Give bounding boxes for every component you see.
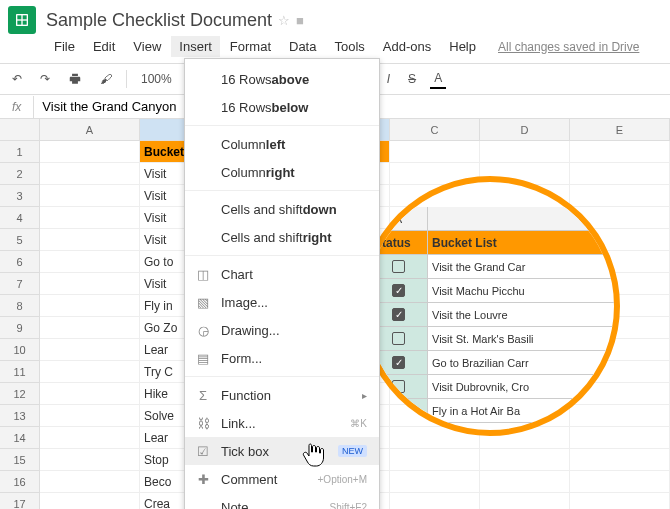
italic-button[interactable]: I: [383, 70, 394, 88]
zoom-text-cell: Visit St. Mark's Basili: [428, 327, 620, 351]
zoom-text-cell: Visit Machu Picchu: [428, 279, 620, 303]
svg-rect-2: [23, 15, 27, 19]
zoom-text-cell: Fly in a Hot Air Ba: [428, 399, 620, 423]
insert-cells-down[interactable]: Cells and shift down: [185, 195, 379, 223]
sheets-logo: [8, 6, 36, 34]
insert-menu-dropdown: 16 Rows above 16 Rows below Column left …: [184, 58, 380, 509]
menu-edit[interactable]: Edit: [85, 36, 123, 57]
row-header[interactable]: 11: [0, 361, 40, 383]
row-header[interactable]: 14: [0, 427, 40, 449]
menu-tools[interactable]: Tools: [326, 36, 372, 57]
form-icon: ▤: [193, 348, 213, 368]
redo-icon[interactable]: ↷: [36, 70, 54, 88]
zoom-text-cell: Go to Brazilian Carr: [428, 351, 620, 375]
fx-label: fx: [0, 96, 34, 118]
menu-file[interactable]: File: [46, 36, 83, 57]
chart-icon: ◫: [193, 264, 213, 284]
insert-cells-right[interactable]: Cells and shift right: [185, 223, 379, 251]
row-header[interactable]: 8: [0, 295, 40, 317]
checkbox-icon: [392, 260, 405, 273]
row-header[interactable]: 9: [0, 317, 40, 339]
row-header[interactable]: 3: [0, 185, 40, 207]
row-header[interactable]: 17: [0, 493, 40, 509]
insert-form[interactable]: ▤Form...: [185, 344, 379, 372]
cursor-hand-icon: [302, 442, 324, 471]
row-header[interactable]: 12: [0, 383, 40, 405]
row-header[interactable]: 10: [0, 339, 40, 361]
link-icon: ⛓: [193, 413, 213, 433]
zoom-text-cell: Visit Dubrovnik, Cro: [428, 375, 620, 399]
zoom-select[interactable]: 100%: [137, 70, 176, 88]
undo-icon[interactable]: ↶: [8, 70, 26, 88]
save-status[interactable]: All changes saved in Drive: [498, 40, 639, 54]
zoom-text-cell: Go Zorbing: [428, 423, 620, 436]
insert-tickbox[interactable]: ☑Tick boxNEW: [185, 437, 379, 465]
insert-chart[interactable]: ◫Chart: [185, 260, 379, 288]
menu-addons[interactable]: Add-ons: [375, 36, 439, 57]
insert-link[interactable]: ⛓Link...⌘K: [185, 409, 379, 437]
menu-view[interactable]: View: [125, 36, 169, 57]
row-header[interactable]: 7: [0, 273, 40, 295]
col-header-c[interactable]: C: [390, 119, 480, 141]
insert-column-left[interactable]: Column left: [185, 130, 379, 158]
insert-rows-below[interactable]: 16 Rows below: [185, 93, 379, 121]
svg-rect-3: [17, 21, 21, 25]
checkbox-icon: ☑: [193, 441, 213, 461]
zoom-callout: A Status Bucket List Visit the Grand Car…: [360, 176, 620, 436]
checkbox-icon: [392, 308, 405, 321]
zoom-head-bucket: Bucket List: [428, 231, 620, 255]
menu-help[interactable]: Help: [441, 36, 484, 57]
zoom-text-cell: Visit the Grand Car: [428, 255, 620, 279]
doc-title[interactable]: Sample Checklist Document: [46, 10, 272, 31]
paint-icon[interactable]: 🖌: [96, 70, 116, 88]
insert-drawing[interactable]: ◶Drawing...: [185, 316, 379, 344]
menu-data[interactable]: Data: [281, 36, 324, 57]
row-header[interactable]: 1: [0, 141, 40, 163]
row-header[interactable]: 2: [0, 163, 40, 185]
checkbox-icon: [392, 284, 405, 297]
insert-function[interactable]: ΣFunction▸: [185, 381, 379, 409]
menu-insert[interactable]: Insert: [171, 36, 220, 57]
row-header[interactable]: 16: [0, 471, 40, 493]
text-color-button[interactable]: A: [430, 69, 446, 89]
insert-column-right[interactable]: Column right: [185, 158, 379, 186]
checkbox-icon: [392, 356, 405, 369]
row-header[interactable]: 15: [0, 449, 40, 471]
insert-rows-above[interactable]: 16 Rows above: [185, 65, 379, 93]
svg-rect-1: [17, 15, 21, 19]
drawing-icon: ◶: [193, 320, 213, 340]
col-header-e[interactable]: E: [570, 119, 670, 141]
insert-image[interactable]: ▧Image...: [185, 288, 379, 316]
select-all-corner[interactable]: [0, 119, 40, 141]
row-header[interactable]: 13: [0, 405, 40, 427]
checkbox-icon: [392, 332, 405, 345]
image-icon: ▧: [193, 292, 213, 312]
row-header[interactable]: 4: [0, 207, 40, 229]
insert-note[interactable]: NoteShift+F2: [185, 493, 379, 509]
menu-format[interactable]: Format: [222, 36, 279, 57]
row-header[interactable]: 6: [0, 251, 40, 273]
folder-icon[interactable]: ■: [296, 13, 304, 28]
row-header[interactable]: 5: [0, 229, 40, 251]
checkbox-icon: [392, 428, 405, 436]
star-icon[interactable]: ☆: [278, 13, 290, 28]
strike-button[interactable]: S: [404, 70, 420, 88]
zoom-text-cell: Visit the Louvre: [428, 303, 620, 327]
print-icon[interactable]: [64, 70, 86, 88]
checkbox-icon: [392, 380, 405, 393]
checkbox-icon: [392, 404, 405, 417]
insert-comment[interactable]: ✚Comment+Option+M: [185, 465, 379, 493]
comment-icon: ✚: [193, 469, 213, 489]
col-header-a[interactable]: A: [40, 119, 140, 141]
function-icon: Σ: [193, 385, 213, 405]
svg-rect-4: [23, 21, 27, 25]
col-header-d[interactable]: D: [480, 119, 570, 141]
